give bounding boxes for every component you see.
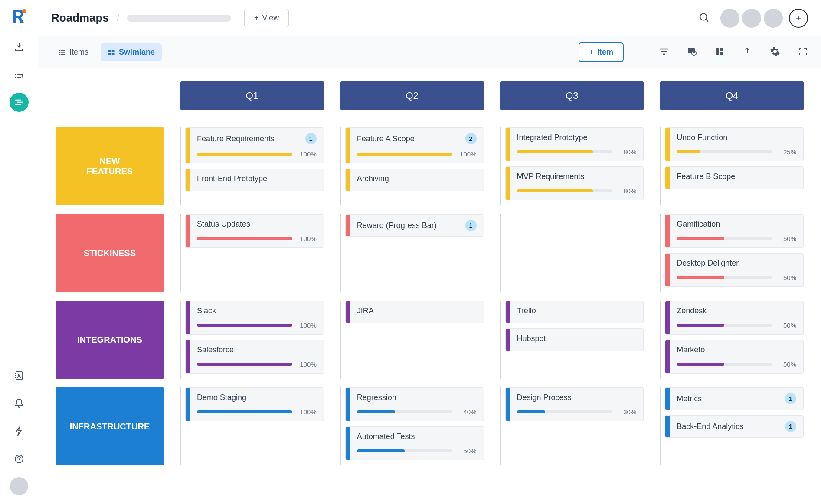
swimlane-card[interactable]: Design Process30% bbox=[505, 387, 644, 421]
swimlane-card[interactable]: Feature B Scope bbox=[665, 166, 804, 189]
progress-fill bbox=[677, 363, 724, 366]
swimlane-tab[interactable]: Swimlane bbox=[101, 43, 162, 61]
swimlane-card[interactable]: Marketo50% bbox=[665, 340, 804, 374]
progress-track bbox=[677, 324, 772, 327]
card-color-stripe bbox=[346, 128, 350, 163]
swimlane-card[interactable]: Desktop Delighter50% bbox=[665, 253, 804, 287]
bolt-icon[interactable] bbox=[10, 422, 29, 441]
page-title: Roadmaps bbox=[51, 11, 109, 25]
swimlane-card[interactable]: Integrated Prototype80% bbox=[505, 127, 644, 161]
user-avatar[interactable] bbox=[10, 477, 28, 495]
svg-rect-18 bbox=[720, 48, 723, 51]
swimlane-card[interactable]: Reward (Progress Bar)1 bbox=[345, 214, 484, 237]
inbox-icon[interactable] bbox=[10, 37, 29, 56]
search-icon[interactable] bbox=[698, 12, 710, 25]
swimlane-card[interactable]: Automated Tests50% bbox=[345, 426, 484, 460]
svg-rect-7 bbox=[59, 54, 60, 55]
swimlane-card[interactable]: Archiving bbox=[345, 169, 484, 191]
bell-icon[interactable] bbox=[10, 394, 29, 413]
card-title: Undo Function bbox=[677, 133, 727, 142]
add-item-button[interactable]: + Item bbox=[579, 42, 624, 62]
swimlane-card[interactable]: MVP Requirements80% bbox=[505, 166, 644, 200]
avatar[interactable] bbox=[742, 9, 761, 28]
card-color-stripe bbox=[346, 301, 350, 323]
topbar: Roadmaps / + View + bbox=[38, 0, 821, 36]
settings-icon[interactable] bbox=[770, 46, 780, 59]
card-color-stripe bbox=[665, 215, 670, 247]
progress-track bbox=[677, 237, 772, 240]
swimlane-card[interactable]: Slack100% bbox=[185, 301, 324, 335]
lane-label-new-features[interactable]: NEWFEATURES bbox=[56, 127, 164, 205]
avatar[interactable] bbox=[764, 9, 783, 28]
card-color-stripe bbox=[186, 128, 190, 163]
swimlane-card[interactable]: Salesforce100% bbox=[185, 340, 324, 374]
card-title: Marketo bbox=[677, 345, 705, 354]
swimlane-card[interactable]: Regression40% bbox=[345, 387, 484, 421]
avatar[interactable] bbox=[720, 9, 739, 28]
help-icon[interactable] bbox=[10, 449, 29, 468]
swimlane-card[interactable]: Metrics1 bbox=[665, 387, 804, 410]
card-color-stripe bbox=[665, 388, 670, 410]
lane-cell: Reward (Progress Bar)1 bbox=[340, 214, 484, 292]
swimlane-card[interactable]: Status Updates100% bbox=[185, 214, 324, 248]
lane-label-integrations[interactable]: INTEGRATIONS bbox=[56, 301, 164, 379]
card-title: Zendesk bbox=[677, 306, 707, 315]
progress-label: 100% bbox=[298, 322, 317, 329]
lane-cell: JIRA bbox=[340, 301, 484, 379]
swimlane-card[interactable]: Back-End Analytics1 bbox=[665, 415, 804, 438]
swimlane-card[interactable]: Trello bbox=[505, 301, 644, 323]
add-view-button[interactable]: + View bbox=[244, 9, 289, 27]
progress-fill bbox=[517, 410, 546, 413]
list-icon[interactable] bbox=[10, 65, 29, 84]
add-collaborator-button[interactable]: + bbox=[789, 9, 808, 28]
svg-point-2 bbox=[18, 374, 20, 376]
card-color-stripe bbox=[665, 167, 670, 189]
lane-label-stickiness[interactable]: STICKINESS bbox=[56, 214, 164, 292]
swimlane-card[interactable]: Gamification50% bbox=[665, 214, 804, 248]
progress-fill bbox=[357, 410, 395, 413]
card-title: MVP Requirements bbox=[517, 172, 585, 181]
card-title: JIRA bbox=[357, 306, 374, 315]
link-panel-icon[interactable] bbox=[687, 46, 697, 59]
progress-track bbox=[197, 237, 292, 240]
collaborator-avatars bbox=[720, 9, 783, 28]
swimlane-card[interactable]: Hubspot bbox=[505, 328, 644, 351]
card-badge: 1 bbox=[465, 220, 477, 231]
card-color-stripe bbox=[665, 254, 670, 286]
swimlane-nav-icon[interactable] bbox=[10, 93, 29, 112]
progress-fill bbox=[197, 324, 292, 327]
sidebar bbox=[0, 0, 38, 504]
breadcrumb-placeholder bbox=[127, 15, 231, 22]
plus-icon: + bbox=[589, 48, 594, 57]
items-tab[interactable]: Items bbox=[51, 43, 95, 61]
swimlane-card[interactable]: JIRA bbox=[345, 301, 484, 323]
contacts-icon[interactable] bbox=[10, 366, 29, 385]
lane-cell: Slack100%Salesforce100% bbox=[180, 301, 324, 379]
fullscreen-icon[interactable] bbox=[798, 46, 808, 59]
card-title: Status Updates bbox=[197, 220, 250, 229]
card-color-stripe bbox=[186, 340, 190, 373]
card-badge: 2 bbox=[465, 133, 477, 144]
card-color-stripe bbox=[186, 301, 190, 334]
swimlane-card[interactable]: Undo Function25% bbox=[665, 127, 804, 161]
card-color-stripe bbox=[346, 169, 350, 191]
card-title: Metrics bbox=[677, 394, 702, 403]
card-color-stripe bbox=[506, 301, 510, 323]
swimlane-card[interactable]: Feature Requirements1100% bbox=[185, 127, 324, 163]
lane-label-infrastructure[interactable]: INFRASTRUCTURE bbox=[56, 387, 164, 465]
progress-track bbox=[517, 410, 612, 413]
lane-cell: Gamification50%Desktop Delighter50% bbox=[660, 214, 804, 292]
export-icon[interactable] bbox=[742, 46, 752, 59]
progress-label: 100% bbox=[298, 235, 317, 242]
lane-cell: Design Process30% bbox=[500, 387, 644, 465]
filter-icon[interactable] bbox=[659, 46, 669, 59]
progress-track bbox=[357, 153, 452, 156]
swimlane-card[interactable]: Feature A Scope2100% bbox=[345, 127, 484, 163]
swimlane-card[interactable]: Front-End Prototype bbox=[185, 169, 324, 191]
layout-icon[interactable] bbox=[714, 46, 725, 59]
swimlane-card[interactable]: Demo Staging100% bbox=[185, 387, 324, 421]
lane-row-integrations: INTEGRATIONSSlack100%Salesforce100%JIRAT… bbox=[56, 301, 804, 379]
progress-label: 50% bbox=[778, 235, 796, 242]
swimlane-card[interactable]: Zendesk50% bbox=[665, 301, 804, 335]
card-title: Slack bbox=[197, 306, 216, 315]
